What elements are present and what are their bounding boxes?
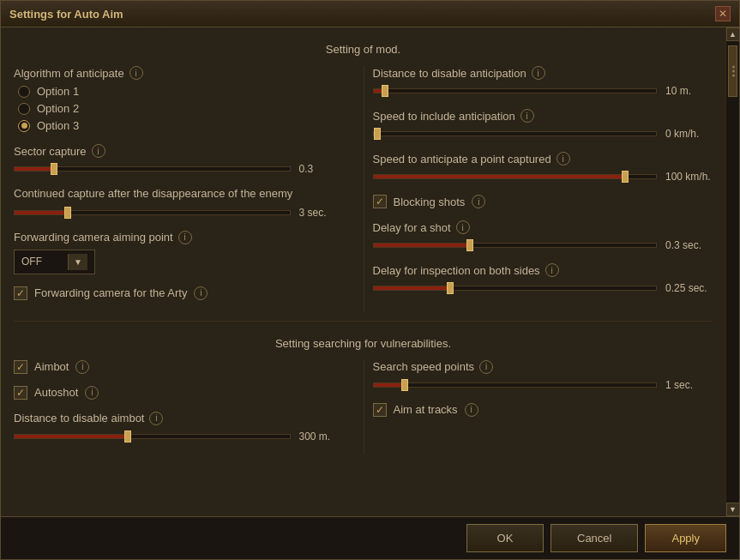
delay-shot-track[interactable] xyxy=(373,243,658,248)
speed-anticipate-thumb[interactable] xyxy=(622,171,629,183)
disable-aimbot-track[interactable] xyxy=(14,434,291,439)
speed-include-track[interactable] xyxy=(373,131,658,136)
delay-shot-value: 0.3 sec. xyxy=(665,239,713,251)
forwarding-camera-dropdown[interactable]: OFF ▼ xyxy=(14,250,95,274)
disable-aimbot-slider-container: 300 m. xyxy=(14,431,346,443)
sector-capture-label-row: Sector capture i xyxy=(14,144,346,158)
right-column: Distance to disable anticipation i 10 m. xyxy=(364,66,713,312)
delay-inspection-thumb[interactable] xyxy=(447,282,454,294)
main-window: Settings for Auto Aim ✕ Setting of mod. … xyxy=(0,0,740,560)
scroll-up-arrow[interactable]: ▲ xyxy=(726,27,740,41)
search-speed-slider-container: 1 sec. xyxy=(373,379,713,391)
speed-anticipate-info-icon[interactable]: i xyxy=(557,152,570,166)
forwarding-arty-info-icon[interactable]: i xyxy=(194,286,208,300)
delay-shot-label-row: Delay for a shot i xyxy=(373,220,713,234)
forwarding-arty-checkbox-item[interactable]: ✓ Forwarding camera for the Arty i xyxy=(14,286,346,300)
aimbot-info-icon[interactable]: i xyxy=(75,360,89,374)
radio-option2[interactable]: Option 2 xyxy=(18,102,346,115)
forwarding-arty-checkmark: ✓ xyxy=(16,287,25,299)
radio-circle-1[interactable] xyxy=(18,86,30,98)
dist-disable-info-icon[interactable]: i xyxy=(532,66,545,80)
radio-option3[interactable]: Option 3 xyxy=(18,119,346,132)
search-speed-track[interactable] xyxy=(373,382,658,388)
disable-aimbot-fill xyxy=(15,435,130,438)
forwarding-arty-checkbox[interactable]: ✓ xyxy=(14,286,27,300)
close-button[interactable]: ✕ xyxy=(715,6,731,21)
scroll-thumb[interactable] xyxy=(728,45,737,97)
forwarding-camera-dropdown-container: OFF ▼ xyxy=(14,250,346,274)
search-speed-info-icon[interactable]: i xyxy=(479,360,493,374)
continued-capture-track[interactable] xyxy=(14,210,291,215)
radio-option1[interactable]: Option 1 xyxy=(18,85,346,98)
autoshot-info-icon[interactable]: i xyxy=(85,386,99,400)
aim-tracks-checkbox[interactable]: ✓ xyxy=(373,403,387,417)
algorithm-group: Algorithm of anticipate i Option 1 Optio… xyxy=(14,66,346,132)
blocking-shots-label: Blocking shots xyxy=(394,196,466,208)
aim-tracks-checkbox-item[interactable]: ✓ Aim at tracks i xyxy=(373,403,713,417)
autoshot-checkbox[interactable]: ✓ xyxy=(14,386,27,400)
search-speed-label: Search speed points xyxy=(373,360,475,373)
speed-anticipate-track[interactable] xyxy=(373,174,658,179)
delay-shot-fill xyxy=(374,244,472,247)
algorithm-radio-group: Option 1 Option 2 Option 3 xyxy=(14,85,346,132)
delay-inspection-label-row: Delay for inspection on both sides i xyxy=(373,263,713,277)
blocking-shots-checkbox-item[interactable]: ✓ Blocking shots i xyxy=(373,195,713,208)
speed-include-info-icon[interactable]: i xyxy=(520,109,534,123)
delay-inspection-info-icon[interactable]: i xyxy=(545,263,559,277)
delay-shot-slider-container: 0.3 sec. xyxy=(373,239,713,251)
blocking-shots-info-icon[interactable]: i xyxy=(472,195,485,208)
delay-shot-thumb[interactable] xyxy=(466,239,473,251)
aim-tracks-checkmark: ✓ xyxy=(376,404,384,416)
continued-capture-slider-container: 3 sec. xyxy=(14,207,346,219)
algorithm-label: Algorithm of anticipate xyxy=(14,67,124,80)
vulnerability-divider xyxy=(14,321,713,322)
forwarding-camera-dropdown-value: OFF xyxy=(21,256,42,268)
continued-capture-fill xyxy=(15,211,69,214)
forwarding-camera-label: Forwarding camera aiming point xyxy=(14,231,173,244)
aimbot-checkbox-item[interactable]: ✓ Aimbot i xyxy=(14,360,346,374)
speed-include-value: 0 km/h. xyxy=(665,128,713,140)
dropdown-arrow-icon: ▼ xyxy=(68,254,87,270)
autoshot-checkbox-item[interactable]: ✓ Autoshot i xyxy=(14,386,346,400)
aim-tracks-info-icon[interactable]: i xyxy=(465,403,478,417)
aimbot-label: Aimbot xyxy=(34,360,69,373)
sector-capture-track[interactable] xyxy=(14,166,291,172)
radio-circle-2[interactable] xyxy=(18,103,30,115)
delay-inspection-track[interactable] xyxy=(373,286,658,291)
disable-aimbot-thumb[interactable] xyxy=(124,431,131,443)
scroll-content[interactable]: Setting of mod. Algorithm of anticipate … xyxy=(1,27,725,516)
aimbot-checkbox[interactable]: ✓ xyxy=(14,360,27,374)
radio-label-3: Option 3 xyxy=(37,119,79,132)
cancel-button[interactable]: Cancel xyxy=(550,524,638,552)
disable-aimbot-info-icon[interactable]: i xyxy=(149,412,163,425)
mod-settings-header: Setting of mod. xyxy=(14,36,713,66)
algorithm-info-icon[interactable]: i xyxy=(129,66,143,80)
delay-inspection-fill xyxy=(374,286,453,290)
continued-capture-label: Continued capture after the disappearanc… xyxy=(14,187,292,202)
scroll-track[interactable] xyxy=(726,41,739,503)
search-speed-value: 1 sec. xyxy=(665,379,713,391)
dist-disable-thumb[interactable] xyxy=(382,85,388,97)
continued-capture-thumb[interactable] xyxy=(64,207,71,219)
delay-shot-info-icon[interactable]: i xyxy=(456,220,470,234)
continued-capture-label-row: Continued capture after the disappearanc… xyxy=(14,187,346,202)
dist-disable-label: Distance to disable anticipation xyxy=(373,67,526,80)
sector-capture-thumb[interactable] xyxy=(51,163,57,175)
radio-circle-3[interactable] xyxy=(18,120,30,132)
ok-button[interactable]: OK xyxy=(466,524,544,552)
blocking-shots-checkbox[interactable]: ✓ xyxy=(373,195,387,208)
radio-label-1: Option 1 xyxy=(37,85,79,98)
speed-anticipate-label: Speed to anticipate a point captured xyxy=(373,153,551,166)
dist-disable-track[interactable] xyxy=(373,88,658,93)
speed-include-thumb[interactable] xyxy=(374,128,381,140)
apply-button[interactable]: Apply xyxy=(645,524,726,552)
titlebar: Settings for Auto Aim ✕ xyxy=(1,1,739,27)
continued-capture-group: Continued capture after the disappearanc… xyxy=(14,187,346,219)
scroll-down-arrow[interactable]: ▼ xyxy=(726,503,740,516)
aim-tracks-group: ✓ Aim at tracks i xyxy=(373,403,713,417)
sector-capture-info-icon[interactable]: i xyxy=(92,144,105,158)
speed-anticipate-slider-container: 100 km/h. xyxy=(373,171,713,183)
search-speed-thumb[interactable] xyxy=(401,379,408,391)
forwarding-camera-info-icon[interactable]: i xyxy=(178,231,192,244)
dist-disable-label-row: Distance to disable anticipation i xyxy=(373,66,713,80)
